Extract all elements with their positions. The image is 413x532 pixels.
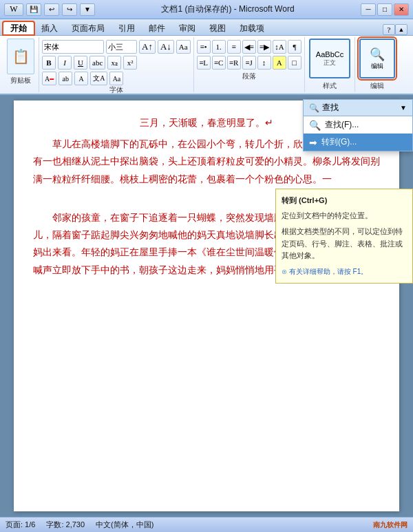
window-controls: ─ □ ✕ xyxy=(361,3,409,16)
font-shrink-button[interactable]: A↓ xyxy=(158,40,174,54)
highlight-button[interactable]: ab xyxy=(59,72,72,85)
tooltip-title: 转到 (Ctrl+G) xyxy=(282,195,407,207)
ribbon-tabs: 开始 插入 页面布局 引用 邮件 审阅 视图 加载项 ? ▲ xyxy=(0,19,413,36)
language-status: 中文(简体，中国) xyxy=(96,520,153,530)
find-label: 查找(F)... xyxy=(325,119,359,131)
tab-mailings[interactable]: 邮件 xyxy=(142,21,172,35)
italic-button[interactable]: I xyxy=(58,56,72,70)
clear-format-button[interactable]: Aa xyxy=(176,40,191,54)
increase-indent-button[interactable]: ≡▶ xyxy=(257,40,271,54)
tab-insert[interactable]: 插入 xyxy=(34,21,65,35)
borders-button[interactable]: □ xyxy=(288,56,301,70)
find-replace-header-icon: 🔍 xyxy=(309,103,319,113)
document-page: 三月，天渐暖，春意明显了。↵ 草儿在高楼墙脚下的瓦砾中，在公园小个弯，转几个折，… xyxy=(14,100,399,511)
ribbon-bar: 📋 剪贴板 宋体 小三 A↑ A↓ Aa B I U abc x₂ x² A▬ … xyxy=(0,36,413,95)
font-size-dropdown[interactable]: 小三 xyxy=(106,40,137,54)
align-left-button[interactable]: ≡L xyxy=(197,56,211,70)
document-area: 三月，天渐暖，春意明显了。↵ 草儿在高楼墙脚下的瓦砾中，在公园小个弯，转几个折，… xyxy=(0,95,413,517)
sort-button[interactable]: ↕A xyxy=(273,40,286,54)
tab-layout[interactable]: 页面布局 xyxy=(65,21,112,35)
font-section: 宋体 小三 A↑ A↓ Aa B I U abc x₂ x² A▬ ab A 文… xyxy=(39,37,194,92)
edit-dropdown-menu: 🔍 查找 ▼ 🔍 查找(F)... ➡ 转到(G)... xyxy=(303,99,413,151)
goto-icon: ➡ xyxy=(309,137,317,148)
find-icon: 🔍 xyxy=(309,120,321,131)
ribbon-collapse-button[interactable]: ▲ xyxy=(395,24,407,35)
shading-button[interactable]: A xyxy=(273,56,286,70)
close-button[interactable]: ✕ xyxy=(394,3,409,16)
line-spacing-button[interactable]: ↕ xyxy=(257,56,271,70)
minimize-button[interactable]: ─ xyxy=(361,3,376,16)
goto-button[interactable]: ➡ 转到(G)... xyxy=(304,134,412,151)
phonetic-guide-button[interactable]: 文A xyxy=(90,72,107,85)
strikethrough-button[interactable]: abc xyxy=(89,56,105,70)
change-case-button[interactable]: Aa xyxy=(109,72,123,85)
menu-expand-button[interactable]: ▼ xyxy=(80,3,95,16)
ribbon-bar-wrapper: 📋 剪贴板 宋体 小三 A↑ A↓ Aa B I U abc x₂ x² A▬ … xyxy=(0,36,413,95)
ribbon-help-button[interactable]: ? xyxy=(383,24,395,35)
multilevel-button[interactable]: ≡ xyxy=(227,40,241,54)
clipboard-label: 剪贴板 xyxy=(10,76,31,85)
align-right-button[interactable]: ≡R xyxy=(227,56,241,70)
status-bar: 页面: 1/6 字数: 2,730 中文(简体，中国) 南九软件网 xyxy=(0,517,413,532)
page-status: 页面: 1/6 xyxy=(6,520,35,530)
word-count-status: 字数: 2,730 xyxy=(46,520,85,530)
edit-section-label: 编辑 xyxy=(370,81,384,91)
text-effect-button[interactable]: A xyxy=(74,72,88,85)
find-button[interactable]: 🔍 查找(F)... xyxy=(304,116,412,134)
paragraph-section-label: 段落 xyxy=(242,72,256,83)
tab-addins[interactable]: 加载项 xyxy=(233,21,271,35)
tab-reference[interactable]: 引用 xyxy=(112,21,142,35)
font-name-dropdown[interactable]: 宋体 xyxy=(42,40,104,54)
redo-button[interactable]: ↪ xyxy=(62,3,77,16)
goto-tooltip-panel: 转到 (Ctrl+G) 定位到文档中的特定位置。 根据文档类型的不同，可以定位到… xyxy=(275,189,413,284)
justify-button[interactable]: ≡J xyxy=(242,56,256,70)
title-bar-left: W 💾 ↩ ↪ ▼ xyxy=(4,3,95,16)
font-grow-button[interactable]: A↑ xyxy=(139,40,156,54)
window-title: 文档1 (自动保存的) - Microsoft Word xyxy=(95,3,361,15)
watermark-text: 南九软件网 xyxy=(373,520,407,530)
superscript-button[interactable]: x² xyxy=(123,56,137,70)
decrease-indent-button[interactable]: ◀≡ xyxy=(242,40,256,54)
title-bar: W 💾 ↩ ↪ ▼ 文档1 (自动保存的) - Microsoft Word ─… xyxy=(0,0,413,19)
clipboard-section: 📋 剪贴板 xyxy=(3,37,39,92)
tooltip-help-link[interactable]: ⊙ 有关详细帮助，请按 F1。 xyxy=(282,266,407,277)
underline-button[interactable]: U xyxy=(74,56,87,70)
save-button[interactable]: 💾 xyxy=(26,3,41,16)
tooltip-line1: 定位到文档中的特定位置。 xyxy=(282,210,407,222)
find-replace-header-text: 查找 xyxy=(322,102,339,114)
show-marks-button[interactable]: ¶ xyxy=(288,40,301,54)
styles-gallery-button[interactable]: AaBbCc 正文 xyxy=(309,39,350,78)
font-color-button[interactable]: A▬ xyxy=(42,72,56,85)
numbering-button[interactable]: 1. xyxy=(212,40,226,54)
styles-section-label: 样式 xyxy=(323,81,337,91)
word-icon-button[interactable]: W xyxy=(4,3,23,16)
align-center-button[interactable]: ≡C xyxy=(212,56,226,70)
tab-home[interactable]: 开始 xyxy=(3,21,34,35)
edit-section: 🔍 编辑 编辑 xyxy=(355,37,399,92)
paragraph-section: ≡• 1. ≡ ◀≡ ≡▶ ↕A ¶ ≡L ≡C ≡R ≡J ↕ A □ 段落 xyxy=(194,37,305,92)
styles-section: AaBbCc 正文 样式 xyxy=(305,37,355,92)
bold-button[interactable]: B xyxy=(42,56,56,70)
bullets-button[interactable]: ≡• xyxy=(197,40,211,54)
dropdown-close-icon[interactable]: ▼ xyxy=(400,104,407,111)
subscript-button[interactable]: x₂ xyxy=(107,56,121,70)
undo-button[interactable]: ↩ xyxy=(44,3,59,16)
font-section-label: 字体 xyxy=(109,85,123,96)
tab-review[interactable]: 审阅 xyxy=(172,21,202,35)
maximize-button[interactable]: □ xyxy=(377,3,392,16)
goto-label: 转到(G)... xyxy=(321,136,357,148)
paste-button[interactable]: 📋 xyxy=(7,39,34,74)
tooltip-line2: 根据文档类型的不同，可以定位到特定页码、行号、脚注、表格、批注或其他对象。 xyxy=(282,226,407,262)
editing-button[interactable]: 🔍 编辑 xyxy=(359,39,395,78)
tab-view[interactable]: 视图 xyxy=(202,21,233,35)
